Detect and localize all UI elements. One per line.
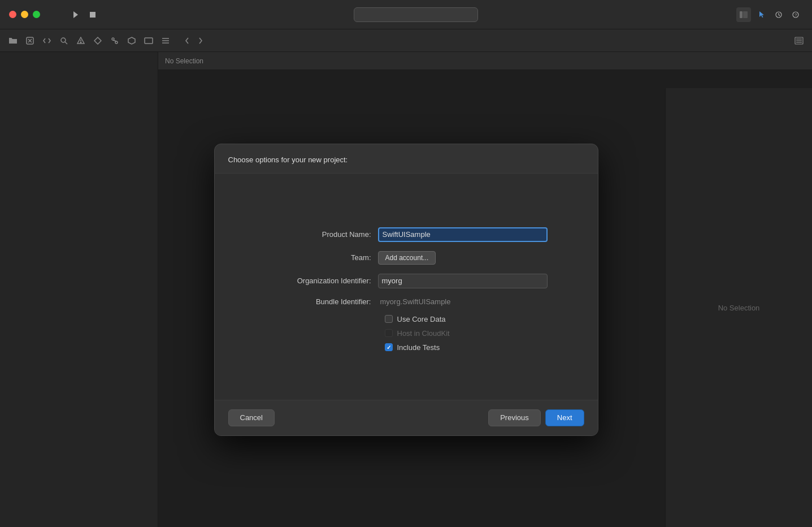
traffic-lights <box>0 11 40 18</box>
x-close-icon[interactable] <box>24 34 36 47</box>
code-icon[interactable] <box>41 34 53 47</box>
content-area: No Selection No Selection Choose options… <box>0 52 812 527</box>
new-project-dialog: Choose options for your new project: Pro… <box>214 144 598 436</box>
toolbar <box>0 29 812 52</box>
scheme-selector[interactable] <box>354 7 478 22</box>
svg-rect-1 <box>90 12 95 18</box>
include-tests-label: Include Tests <box>397 343 440 352</box>
play-button[interactable] <box>68 7 83 22</box>
product-name-input[interactable] <box>378 227 548 242</box>
maximize-button[interactable] <box>33 11 40 18</box>
bundle-identifier-label: Bundle Identifier: <box>265 297 378 306</box>
include-tests-row: ✓ Include Tests <box>265 343 548 352</box>
host-in-cloudkit-row: Host in CloudKit <box>265 329 548 338</box>
svg-marker-15 <box>94 37 101 44</box>
source-control-icon[interactable] <box>108 34 121 47</box>
bundle-identifier-value: myorg.SwiftUISample <box>378 297 548 306</box>
dialog-content: Product Name: Team: Add account... Organ… <box>215 174 598 400</box>
titlebar-center <box>100 7 732 22</box>
titlebar-right: ? <box>732 7 812 22</box>
svg-point-10 <box>61 38 66 42</box>
help-inspector-icon[interactable]: ? <box>788 7 803 22</box>
team-row: Team: Add account... <box>265 251 548 265</box>
playback-controls <box>68 7 100 22</box>
org-identifier-input[interactable] <box>378 274 548 288</box>
breakpoint-icon[interactable] <box>125 34 138 47</box>
svg-line-18 <box>113 40 116 41</box>
previous-button[interactable]: Previous <box>488 409 541 426</box>
inspector-icons: ? <box>754 7 803 22</box>
host-in-cloudkit-label: Host in CloudKit <box>397 329 450 338</box>
svg-point-14 <box>80 42 81 43</box>
use-core-data-label: Use Core Data <box>397 315 446 323</box>
folder-icon[interactable] <box>7 34 19 47</box>
footer-left: Cancel <box>228 409 275 426</box>
rect-icon[interactable] <box>142 34 155 47</box>
dialog-title: Choose options for your new project: <box>215 144 598 174</box>
footer-right: Previous Next <box>488 409 584 426</box>
bundle-identifier-row: Bundle Identifier: myorg.SwiftUISample <box>265 297 548 306</box>
team-label: Team: <box>265 253 378 262</box>
dialog-overlay: Choose options for your new project: Pro… <box>0 52 812 527</box>
host-in-cloudkit-checkbox <box>385 329 393 337</box>
next-button[interactable]: Next <box>545 409 584 426</box>
checkmark-icon: ✓ <box>387 344 391 351</box>
search-icon[interactable] <box>58 34 70 47</box>
svg-point-16 <box>112 38 114 40</box>
close-button[interactable] <box>9 11 16 18</box>
stop-button[interactable] <box>85 7 100 22</box>
toolbar-nav <box>181 34 207 47</box>
add-account-button[interactable]: Add account... <box>378 251 436 265</box>
svg-text:?: ? <box>794 12 797 18</box>
svg-marker-0 <box>73 11 78 18</box>
list-icon[interactable] <box>159 34 172 47</box>
history-inspector-icon[interactable] <box>771 7 786 22</box>
use-core-data-row: Use Core Data <box>265 315 548 323</box>
dialog-form: Product Name: Team: Add account... Organ… <box>215 174 598 400</box>
filter-icon[interactable] <box>793 34 805 47</box>
use-core-data-checkbox[interactable] <box>385 315 393 323</box>
include-tests-checkbox[interactable]: ✓ <box>385 343 393 351</box>
svg-rect-2 <box>740 11 742 18</box>
pointer-inspector-icon[interactable] <box>754 7 769 22</box>
svg-rect-3 <box>743 11 748 18</box>
dialog-footer: Cancel Previous Next <box>215 400 598 435</box>
cancel-button[interactable]: Cancel <box>228 409 275 426</box>
product-name-label: Product Name: <box>265 230 378 239</box>
titlebar: ? <box>0 0 812 29</box>
nav-forward-button[interactable] <box>194 34 207 47</box>
minimize-button[interactable] <box>21 11 28 18</box>
product-name-row: Product Name: <box>265 227 548 242</box>
diamond-icon[interactable] <box>92 34 104 47</box>
nav-back-button[interactable] <box>181 34 193 47</box>
warning-icon[interactable] <box>75 34 87 47</box>
svg-marker-19 <box>128 37 135 44</box>
org-identifier-row: Organization Identifier: <box>265 274 548 288</box>
panel-toggle-button[interactable] <box>736 7 751 22</box>
svg-point-17 <box>115 41 118 44</box>
org-identifier-label: Organization Identifier: <box>265 277 378 285</box>
svg-line-11 <box>65 42 67 44</box>
svg-rect-20 <box>145 38 153 44</box>
